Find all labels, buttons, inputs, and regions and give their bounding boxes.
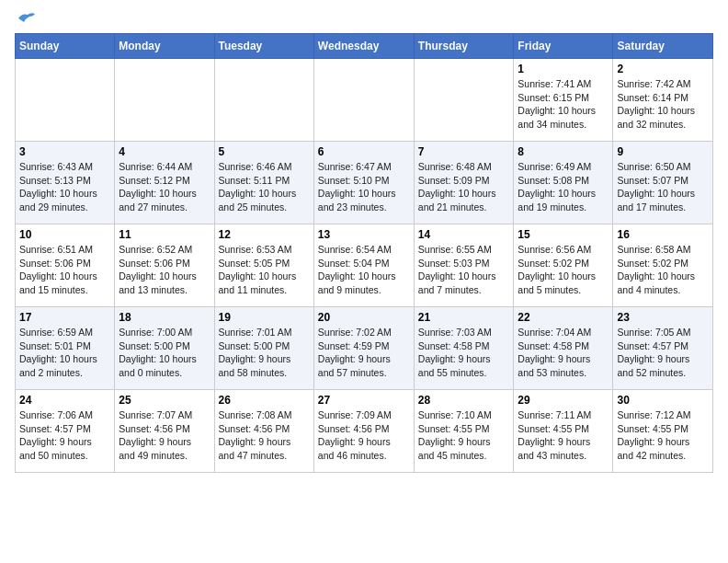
- calendar-cell: 17Sunrise: 6:59 AM Sunset: 5:01 PM Dayli…: [16, 307, 115, 390]
- calendar-cell: 5Sunrise: 6:46 AM Sunset: 5:11 PM Daylig…: [214, 142, 313, 224]
- day-number: 19: [219, 311, 310, 324]
- day-info: Sunrise: 7:11 AM Sunset: 4:55 PM Dayligh…: [518, 408, 609, 463]
- calendar-cell: 10Sunrise: 6:51 AM Sunset: 5:06 PM Dayli…: [16, 224, 115, 307]
- day-number: 9: [617, 145, 709, 158]
- day-number: 8: [518, 145, 609, 158]
- calendar-header-row: SundayMondayTuesdayWednesdayThursdayFrid…: [16, 34, 713, 59]
- day-number: 4: [119, 145, 210, 158]
- day-info: Sunrise: 6:48 AM Sunset: 5:09 PM Dayligh…: [418, 160, 510, 214]
- calendar-cell: 16Sunrise: 6:58 AM Sunset: 5:02 PM Dayli…: [613, 224, 713, 307]
- day-number: 23: [617, 311, 709, 324]
- calendar-cell: 20Sunrise: 7:02 AM Sunset: 4:59 PM Dayli…: [313, 307, 414, 390]
- day-info: Sunrise: 7:08 AM Sunset: 4:56 PM Dayligh…: [219, 408, 310, 463]
- calendar-cell: 25Sunrise: 7:07 AM Sunset: 4:56 PM Dayli…: [115, 390, 214, 473]
- day-info: Sunrise: 6:52 AM Sunset: 5:06 PM Dayligh…: [119, 243, 210, 297]
- day-info: Sunrise: 7:10 AM Sunset: 4:55 PM Dayligh…: [418, 408, 510, 463]
- calendar-cell: 29Sunrise: 7:11 AM Sunset: 4:55 PM Dayli…: [514, 390, 613, 473]
- day-info: Sunrise: 6:59 AM Sunset: 5:01 PM Dayligh…: [19, 326, 110, 380]
- day-number: 30: [617, 394, 709, 407]
- day-info: Sunrise: 7:41 AM Sunset: 6:15 PM Dayligh…: [518, 77, 609, 132]
- calendar-table: SundayMondayTuesdayWednesdayThursdayFrid…: [15, 33, 713, 473]
- day-number: 1: [518, 63, 609, 75]
- day-number: 2: [617, 63, 709, 75]
- calendar-cell: 11Sunrise: 6:52 AM Sunset: 5:06 PM Dayli…: [115, 224, 214, 307]
- calendar-week-row: 24Sunrise: 7:06 AM Sunset: 4:57 PM Dayli…: [16, 390, 713, 473]
- day-info: Sunrise: 6:55 AM Sunset: 5:03 PM Dayligh…: [418, 243, 510, 297]
- calendar-cell: 23Sunrise: 7:05 AM Sunset: 4:57 PM Dayli…: [613, 307, 713, 390]
- calendar-cell: [313, 59, 414, 142]
- calendar-week-row: 10Sunrise: 6:51 AM Sunset: 5:06 PM Dayli…: [16, 224, 713, 307]
- day-number: 10: [19, 228, 110, 241]
- calendar-cell: 15Sunrise: 6:56 AM Sunset: 5:02 PM Dayli…: [514, 224, 613, 307]
- day-number: 21: [418, 311, 510, 324]
- day-number: 27: [318, 394, 410, 407]
- calendar-cell: 2Sunrise: 7:42 AM Sunset: 6:14 PM Daylig…: [613, 59, 713, 142]
- day-of-week-header: Saturday: [613, 34, 713, 59]
- day-number: 13: [318, 228, 410, 241]
- day-number: 28: [418, 394, 510, 407]
- page-header: [15, 15, 713, 26]
- day-number: 18: [119, 311, 210, 324]
- day-info: Sunrise: 6:46 AM Sunset: 5:11 PM Dayligh…: [219, 160, 310, 214]
- calendar-week-row: 3Sunrise: 6:43 AM Sunset: 5:13 PM Daylig…: [16, 142, 713, 224]
- day-number: 5: [219, 145, 310, 158]
- calendar-cell: 7Sunrise: 6:48 AM Sunset: 5:09 PM Daylig…: [414, 142, 514, 224]
- day-of-week-header: Thursday: [414, 34, 514, 59]
- day-number: 15: [518, 228, 609, 241]
- day-number: 24: [19, 394, 110, 407]
- calendar-cell: 27Sunrise: 7:09 AM Sunset: 4:56 PM Dayli…: [313, 390, 414, 473]
- day-info: Sunrise: 7:05 AM Sunset: 4:57 PM Dayligh…: [617, 326, 709, 380]
- day-number: 16: [617, 228, 709, 241]
- day-info: Sunrise: 7:01 AM Sunset: 5:00 PM Dayligh…: [219, 326, 310, 380]
- day-number: 12: [219, 228, 310, 241]
- day-number: 29: [518, 394, 609, 407]
- calendar-cell: 9Sunrise: 6:50 AM Sunset: 5:07 PM Daylig…: [613, 142, 713, 224]
- day-info: Sunrise: 6:44 AM Sunset: 5:12 PM Dayligh…: [119, 160, 210, 214]
- day-number: 17: [19, 311, 110, 324]
- calendar-week-row: 1Sunrise: 7:41 AM Sunset: 6:15 PM Daylig…: [16, 59, 713, 142]
- day-of-week-header: Wednesday: [313, 34, 414, 59]
- day-info: Sunrise: 7:00 AM Sunset: 5:00 PM Dayligh…: [119, 326, 210, 380]
- calendar-cell: 13Sunrise: 6:54 AM Sunset: 5:04 PM Dayli…: [313, 224, 414, 307]
- day-number: 26: [219, 394, 310, 407]
- day-info: Sunrise: 7:09 AM Sunset: 4:56 PM Dayligh…: [318, 408, 410, 463]
- day-number: 25: [119, 394, 210, 407]
- day-info: Sunrise: 7:12 AM Sunset: 4:55 PM Dayligh…: [617, 408, 709, 463]
- calendar-cell: [16, 59, 115, 142]
- calendar-week-row: 17Sunrise: 6:59 AM Sunset: 5:01 PM Dayli…: [16, 307, 713, 390]
- day-of-week-header: Tuesday: [214, 34, 313, 59]
- day-info: Sunrise: 6:54 AM Sunset: 5:04 PM Dayligh…: [318, 243, 410, 297]
- logo-bird-icon: [17, 11, 37, 26]
- day-info: Sunrise: 6:56 AM Sunset: 5:02 PM Dayligh…: [518, 243, 609, 297]
- day-info: Sunrise: 6:53 AM Sunset: 5:05 PM Dayligh…: [219, 243, 310, 297]
- day-number: 11: [119, 228, 210, 241]
- day-info: Sunrise: 6:49 AM Sunset: 5:08 PM Dayligh…: [518, 160, 609, 214]
- day-of-week-header: Friday: [514, 34, 613, 59]
- day-info: Sunrise: 6:43 AM Sunset: 5:13 PM Dayligh…: [19, 160, 110, 214]
- day-info: Sunrise: 7:03 AM Sunset: 4:58 PM Dayligh…: [418, 326, 510, 380]
- day-info: Sunrise: 7:42 AM Sunset: 6:14 PM Dayligh…: [617, 77, 709, 132]
- day-number: 7: [418, 145, 510, 158]
- calendar-cell: [214, 59, 313, 142]
- calendar-cell: [414, 59, 514, 142]
- calendar-cell: 28Sunrise: 7:10 AM Sunset: 4:55 PM Dayli…: [414, 390, 514, 473]
- day-of-week-header: Monday: [115, 34, 214, 59]
- day-info: Sunrise: 7:07 AM Sunset: 4:56 PM Dayligh…: [119, 408, 210, 463]
- day-info: Sunrise: 6:50 AM Sunset: 5:07 PM Dayligh…: [617, 160, 709, 214]
- day-number: 20: [318, 311, 410, 324]
- day-of-week-header: Sunday: [16, 34, 115, 59]
- calendar-cell: 4Sunrise: 6:44 AM Sunset: 5:12 PM Daylig…: [115, 142, 214, 224]
- day-number: 3: [19, 145, 110, 158]
- day-number: 6: [318, 145, 410, 158]
- day-info: Sunrise: 6:58 AM Sunset: 5:02 PM Dayligh…: [617, 243, 709, 297]
- day-number: 22: [518, 311, 609, 324]
- day-info: Sunrise: 7:06 AM Sunset: 4:57 PM Dayligh…: [19, 408, 110, 463]
- calendar-cell: 22Sunrise: 7:04 AM Sunset: 4:58 PM Dayli…: [514, 307, 613, 390]
- day-info: Sunrise: 6:51 AM Sunset: 5:06 PM Dayligh…: [19, 243, 110, 297]
- calendar-cell: 1Sunrise: 7:41 AM Sunset: 6:15 PM Daylig…: [514, 59, 613, 142]
- day-info: Sunrise: 6:47 AM Sunset: 5:10 PM Dayligh…: [318, 160, 410, 214]
- calendar-cell: [115, 59, 214, 142]
- calendar-cell: 3Sunrise: 6:43 AM Sunset: 5:13 PM Daylig…: [16, 142, 115, 224]
- day-info: Sunrise: 7:02 AM Sunset: 4:59 PM Dayligh…: [318, 326, 410, 380]
- calendar-cell: 21Sunrise: 7:03 AM Sunset: 4:58 PM Dayli…: [414, 307, 514, 390]
